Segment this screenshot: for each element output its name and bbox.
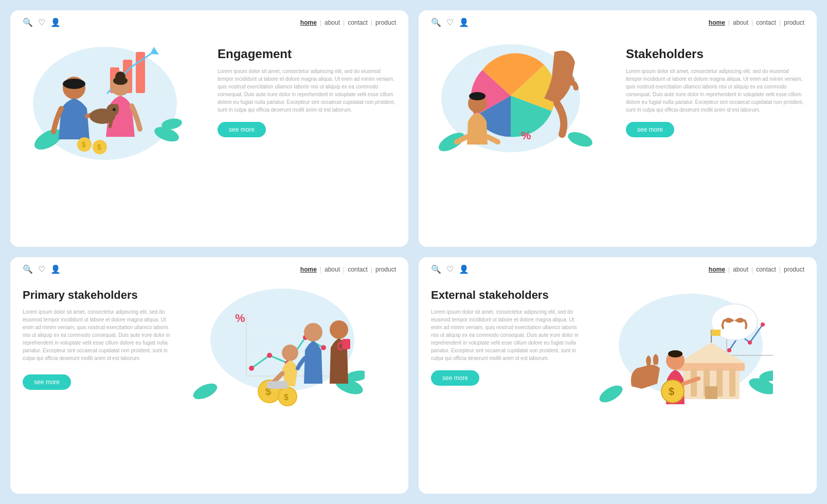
heart-icon-2[interactable]: ♡ [446, 17, 454, 27]
svg-text:$: $ [97, 143, 101, 151]
svg-rect-47 [342, 339, 350, 349]
nav-2: home | about | contact | product [709, 19, 804, 26]
svg-point-37 [267, 353, 272, 358]
card-engagement: 🔍 ♡ 👤 home | about | contact | product [10, 10, 408, 247]
nav-product-1[interactable]: product [375, 19, 396, 26]
svg-point-59 [761, 322, 765, 327]
header-icons-2: 🔍 ♡ 👤 [431, 17, 469, 27]
nav-product-4[interactable]: product [784, 266, 804, 273]
text-area-2: Stakeholders Lorem ipsum dolor sit amet,… [618, 37, 804, 237]
card-title-4: External stakeholders [431, 289, 584, 302]
user-icon-3[interactable]: 👤 [50, 264, 61, 274]
card-stakeholders: 🔍 ♡ 👤 home | about | contact | product [419, 10, 817, 247]
illustration-primary: % $ $ [179, 283, 396, 483]
nav-home-4[interactable]: home [709, 266, 725, 273]
nav-home-1[interactable]: home [300, 19, 317, 26]
svg-point-56 [727, 348, 731, 352]
lorem-1: Lorem ipsum dolor sit amet, consectetur … [218, 67, 396, 114]
lorem-4: Lorem ipsum dolor sit amet, consectetur … [431, 308, 584, 362]
svg-point-53 [597, 382, 625, 406]
svg-point-20 [113, 108, 116, 111]
svg-point-58 [748, 340, 752, 345]
svg-rect-49 [267, 381, 287, 389]
svg-point-40 [321, 345, 326, 350]
text-area-3: Primary stakeholders Lorem ipsum dolor s… [23, 283, 179, 483]
lorem-3: Lorem ipsum dolor sit amet, consectetur … [23, 308, 175, 362]
svg-text:$: $ [82, 140, 86, 149]
nav-3: home | about | contact | product [300, 266, 396, 273]
svg-point-23 [566, 129, 594, 150]
svg-text:%: % [521, 129, 531, 142]
svg-point-48 [282, 345, 298, 361]
top-bar-1: 🔍 ♡ 👤 home | about | contact | product [10, 10, 408, 31]
text-area-1: Engagement Lorem ipsum dolor sit amet, c… [209, 37, 396, 237]
card-primary: 🔍 ♡ 👤 home | about | contact | product P… [10, 257, 408, 494]
nav-product-3[interactable]: product [375, 266, 396, 273]
search-icon[interactable]: 🔍 [23, 17, 33, 27]
svg-marker-4 [150, 47, 159, 55]
svg-point-36 [249, 366, 254, 371]
text-area-4: External stakeholders Lorem ipsum dolor … [431, 283, 588, 483]
card-external: 🔍 ♡ 👤 home | about | contact | product E… [419, 257, 817, 494]
header-icons-4: 🔍 ♡ 👤 [431, 264, 469, 274]
top-bar-3: 🔍 ♡ 👤 home | about | contact | product [10, 257, 408, 278]
nav-home-3[interactable]: home [300, 266, 317, 273]
illustration-engagement: $ $ [23, 37, 209, 237]
nav-contact-3[interactable]: contact [348, 266, 368, 273]
header-icons-1: 🔍 ♡ 👤 [23, 17, 61, 27]
illustration-stakeholders: % [431, 37, 618, 237]
top-bar-2: 🔍 ♡ 👤 home | about | contact | product [419, 10, 817, 31]
top-bar-4: 🔍 ♡ 👤 home | about | contact | product [419, 257, 817, 278]
card-title-3: Primary stakeholders [23, 289, 175, 302]
svg-point-45 [304, 323, 322, 341]
header-icons-3: 🔍 ♡ 👤 [23, 264, 61, 274]
card-content-2: % Stakeholders Lorem ipsum dolor sit ame… [419, 31, 817, 247]
svg-rect-68 [705, 386, 717, 399]
card-title-1: Engagement [218, 47, 396, 61]
see-more-btn-4[interactable]: see more [431, 370, 479, 386]
nav-about-1[interactable]: about [325, 19, 340, 26]
card-content-4: External stakeholders Lorem ipsum dolor … [419, 278, 817, 494]
heart-icon[interactable]: ♡ [38, 17, 45, 27]
nav-1: home | about | contact | product [300, 19, 396, 26]
see-more-btn-3[interactable]: see more [23, 374, 71, 390]
user-icon-4[interactable]: 👤 [459, 264, 469, 274]
lorem-2: Lorem ipsum dolor sit amet, consectetur … [626, 67, 804, 114]
card-content-3: Primary stakeholders Lorem ipsum dolor s… [10, 278, 408, 494]
card-title-2: Stakeholders [626, 47, 804, 61]
svg-point-9 [63, 79, 85, 89]
nav-contact-1[interactable]: contact [348, 19, 368, 26]
nav-product-2[interactable]: product [784, 19, 804, 26]
search-icon-4[interactable]: 🔍 [431, 264, 441, 274]
nav-about-2[interactable]: about [733, 19, 748, 26]
heart-icon-4[interactable]: ♡ [446, 264, 454, 274]
svg-point-26 [469, 92, 486, 100]
svg-point-12 [113, 77, 128, 85]
svg-rect-67 [729, 368, 735, 397]
svg-text:%: % [235, 312, 245, 325]
search-icon-3[interactable]: 🔍 [23, 264, 33, 274]
heart-icon-3[interactable]: ♡ [38, 264, 45, 274]
search-icon-2[interactable]: 🔍 [431, 17, 441, 27]
user-icon[interactable]: 👤 [50, 17, 61, 27]
svg-text:$: $ [284, 393, 289, 402]
illustration-external: $ [588, 283, 804, 483]
see-more-btn-2[interactable]: see more [626, 122, 674, 137]
nav-about-4[interactable]: about [733, 266, 748, 273]
user-icon-2[interactable]: 👤 [459, 17, 469, 27]
see-more-btn-1[interactable]: see more [218, 122, 266, 137]
svg-point-30 [191, 381, 219, 403]
svg-text:$: $ [669, 386, 674, 397]
svg-point-46 [330, 320, 348, 339]
nav-home-2[interactable]: home [709, 19, 725, 26]
nav-contact-4[interactable]: contact [756, 266, 776, 273]
nav-about-3[interactable]: about [325, 266, 340, 273]
svg-rect-70 [711, 330, 721, 336]
nav-contact-2[interactable]: contact [756, 19, 776, 26]
nav-4: home | about | contact | product [709, 266, 804, 273]
card-content-1: $ $ Engagement Lorem ipsum dolor sit ame… [10, 31, 408, 247]
svg-point-72 [668, 350, 682, 357]
